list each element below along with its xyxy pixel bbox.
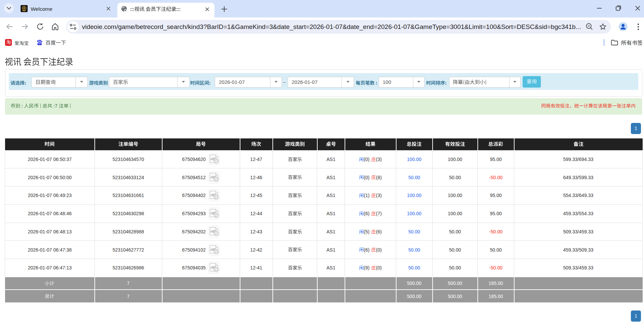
svg-text:du: du <box>38 42 41 44</box>
